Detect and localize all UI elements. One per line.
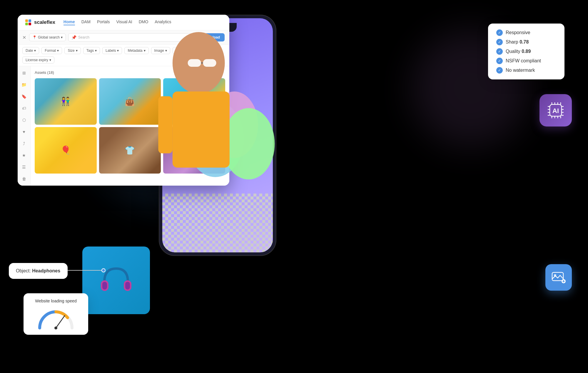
sidebar-trash-icon[interactable]: 🗑: [21, 176, 27, 182]
filter-approval[interactable]: Approval ▾: [173, 47, 196, 54]
search-input-wrap[interactable]: 📌 Search: [68, 33, 191, 41]
dam-content: Assets (18) 👫 👜 🤳 🎈 👕: [31, 66, 229, 186]
filter-metadata-label: Metadata: [128, 49, 142, 53]
asset-thumb-6[interactable]: 🛍: [163, 127, 225, 174]
thumb-inner-4: 🎈: [35, 127, 97, 174]
svg-rect-39: [102, 282, 107, 289]
filter-image[interactable]: Image ▾: [151, 47, 170, 54]
brand-logo: scaleflex: [25, 19, 55, 26]
sidebar-tag-icon[interactable]: 🏷: [21, 105, 27, 111]
global-search-tag[interactable]: 📍 Global search ▾: [29, 34, 66, 41]
dam-body: ⊞ 📁 🔖 🏷 ⬡ ♥ ⤴ ★ ☰ 🗑 Assets (18) 👫 👜: [18, 66, 229, 186]
quality-item-nsfw: ✓ NSFW compliant: [496, 58, 556, 64]
upload-button[interactable]: ↑ Upload: [201, 33, 225, 41]
thumb-inner-2: 👜: [99, 78, 161, 125]
nav-analytics[interactable]: Analytics: [155, 19, 171, 25]
check-icon-quality: ✓: [496, 48, 503, 55]
svg-point-42: [54, 327, 57, 329]
speedometer: [37, 307, 75, 329]
sharp-prefix: Sharp: [506, 39, 519, 44]
quality-item-quality: ✓ Quality 0.89: [496, 48, 556, 55]
quality-label-sharp: Sharp 0.78: [506, 39, 529, 45]
sidebar-list-icon[interactable]: ☰: [21, 164, 27, 170]
pin-icon: 📌: [71, 35, 76, 40]
dam-nav: scaleflex Home DAM Portals Visual AI DMO…: [18, 15, 229, 30]
svg-rect-1: [29, 19, 31, 22]
nav-dmo[interactable]: DMO: [139, 19, 148, 25]
filter-labels[interactable]: Labels ▾: [102, 47, 122, 54]
quality-panel: ✓ Responsive ✓ Sharp 0.78 ✓ Quality 0.89…: [488, 24, 564, 79]
sidebar-share-icon[interactable]: ⤴: [21, 140, 27, 147]
check-icon-sharp: ✓: [496, 39, 503, 45]
nav-links: Home DAM Portals Visual AI DMO Analytics: [64, 19, 171, 25]
quality-item-watermark: ✓ No watermark: [496, 67, 556, 74]
ai-badge: AI: [539, 94, 572, 126]
sidebar-grid-icon[interactable]: ⊞: [21, 70, 27, 76]
filter-license[interactable]: License expiry ▾: [22, 56, 54, 64]
nav-dam[interactable]: DAM: [81, 19, 91, 25]
sidebar-star-icon[interactable]: ★: [21, 152, 27, 159]
close-icon[interactable]: ✕: [22, 35, 26, 40]
image-edit-icon: [551, 270, 566, 285]
speed-bubble: Website loading speed: [24, 293, 88, 335]
asset-thumb-3[interactable]: 🤳: [163, 78, 225, 125]
quality-label-responsive: Responsive: [506, 30, 530, 35]
asset-thumb-4[interactable]: 🎈: [35, 127, 97, 174]
assets-title: Assets (18): [35, 70, 225, 75]
svg-rect-3: [29, 23, 31, 25]
filter-license-label: License expiry: [26, 58, 48, 62]
search-pin-icon: 📍: [32, 35, 37, 39]
svg-rect-2: [25, 23, 28, 25]
asset-thumb-5[interactable]: 👕: [99, 127, 161, 174]
quality-value: 0.89: [522, 49, 531, 54]
sidebar-folder-icon[interactable]: 📁: [21, 81, 27, 88]
search-area: 📍 Global search ▾ 📌 Search 🔍: [29, 33, 198, 41]
asset-thumb-1[interactable]: 👫: [35, 78, 97, 125]
logo-text: scaleflex: [34, 19, 55, 25]
asset-thumb-2[interactable]: 👜: [99, 78, 161, 125]
filter-labels-label: Labels: [106, 49, 116, 53]
image-edit-badge: [545, 264, 572, 291]
thumb-inner-3: 🤳: [163, 78, 225, 125]
filter-date[interactable]: Date ▾: [22, 47, 39, 54]
headphones-svg: [96, 260, 137, 301]
filter-date-label: Date: [26, 49, 33, 53]
global-search-label: Global search: [38, 35, 60, 39]
filter-size[interactable]: Size ▾: [64, 47, 81, 54]
filter-tags[interactable]: Tags ▾: [83, 47, 100, 54]
object-prefix: Object:: [16, 268, 32, 273]
dam-filters: Date ▾ Format ▾ Size ▾ Tags ▾ Labels ▾ M…: [18, 45, 229, 66]
sidebar-cube-icon[interactable]: ⬡: [21, 117, 27, 123]
nav-home[interactable]: Home: [64, 19, 75, 25]
filter-size-label: Size: [68, 49, 74, 53]
check-icon-watermark: ✓: [496, 67, 503, 74]
sidebar-heart-icon[interactable]: ♥: [21, 129, 27, 135]
filter-image-label: Image: [154, 49, 164, 53]
svg-line-41: [56, 316, 65, 328]
check-icon-nsfw: ✓: [496, 58, 503, 64]
nav-portals[interactable]: Portals: [97, 19, 110, 25]
logo-icon: [25, 19, 32, 26]
filter-approval-label: Approval: [176, 49, 190, 53]
ai-chip-icon: AI: [545, 100, 566, 121]
svg-text:AI: AI: [552, 107, 559, 114]
speedometer-svg: [37, 307, 75, 329]
sharp-value: 0.78: [519, 39, 529, 44]
search-icon[interactable]: 🔍: [193, 35, 198, 40]
quality-item-sharp: ✓ Sharp 0.78: [496, 39, 556, 45]
thumb-inner-1: 👫: [35, 78, 97, 125]
sidebar-bookmark-icon[interactable]: 🔖: [21, 93, 27, 100]
speed-title: Website loading speed: [31, 299, 81, 303]
object-detection-bubble: Object: Headphones: [9, 263, 68, 279]
quality-item-responsive: ✓ Responsive: [496, 29, 556, 36]
transparency-area: [162, 194, 273, 252]
chevron-down-icon: ▾: [61, 35, 63, 39]
nav-visual-ai[interactable]: Visual AI: [116, 19, 132, 25]
thumb-inner-6: 🛍: [163, 127, 225, 174]
filter-format[interactable]: Format ▾: [41, 47, 62, 54]
quality-label-nsfw: NSFW compliant: [506, 58, 541, 64]
dam-toolbar: ✕ 📍 Global search ▾ 📌 Search 🔍 ↑ Upload: [18, 30, 229, 45]
quality-prefix: Quality: [506, 49, 522, 54]
filter-metadata[interactable]: Metadata ▾: [124, 47, 148, 54]
svg-rect-40: [125, 282, 130, 289]
